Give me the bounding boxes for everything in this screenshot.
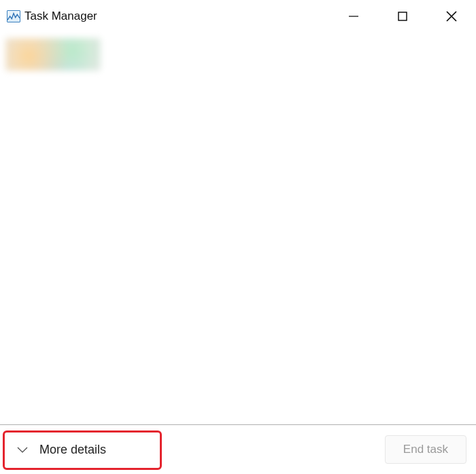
task-manager-window: Task Manager (0, 0, 476, 474)
close-button[interactable] (427, 0, 476, 33)
app-title: Task Manager (24, 10, 97, 23)
task-manager-icon (7, 10, 20, 22)
minimize-button[interactable] (329, 0, 378, 33)
maximize-button[interactable] (378, 0, 427, 33)
footer: More details End task (0, 425, 476, 474)
maximize-icon (397, 11, 408, 22)
more-details-button[interactable]: More details (10, 436, 122, 464)
titlebar-left: Task Manager (0, 10, 97, 23)
close-icon (445, 10, 458, 22)
svg-rect-1 (398, 12, 407, 20)
window-controls (329, 0, 476, 33)
minimize-icon (348, 11, 359, 22)
more-details-label: More details (39, 443, 106, 457)
end-task-label: End task (403, 443, 448, 456)
process-item-blurred (5, 38, 101, 71)
chevron-down-icon (16, 445, 29, 454)
process-list-area[interactable] (0, 33, 476, 424)
end-task-button[interactable]: End task (385, 435, 466, 464)
titlebar: Task Manager (0, 0, 476, 33)
